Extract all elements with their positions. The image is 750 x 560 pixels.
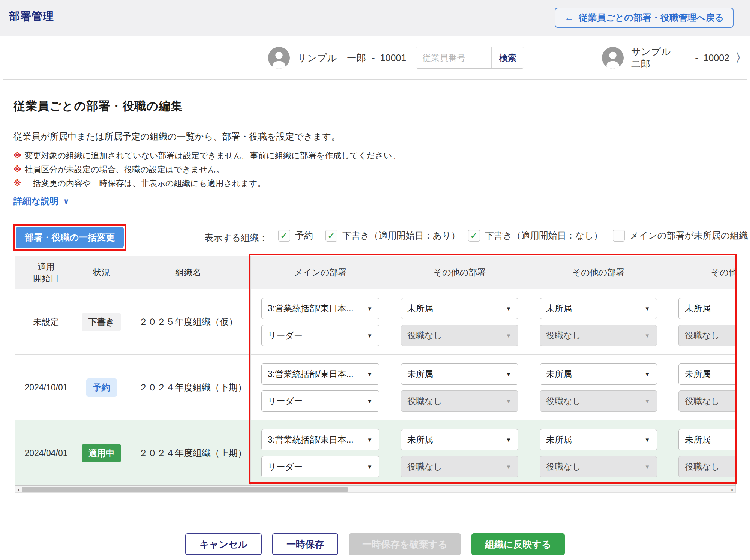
department-select[interactable]: 未所属 ▼ [540, 429, 657, 450]
horizontal-scrollbar[interactable]: ◂ ▸ [15, 486, 736, 493]
checkbox-draft-without-date[interactable]: ✓ 下書き（適用開始日：なし） [468, 230, 603, 242]
back-to-management-button[interactable]: ← 従業員ごとの部署・役職管理へ戻る [555, 8, 734, 28]
department-select-value: 未所属 [540, 368, 638, 380]
scroll-right-icon[interactable]: ▸ [729, 486, 735, 492]
status-badge: 適用中 [82, 444, 121, 462]
header-main-department: メインの部署 [251, 256, 390, 289]
scroll-left-icon[interactable]: ◂ [15, 486, 21, 492]
note-marker: ※ [14, 176, 21, 190]
role-select-value: 役職なし [540, 461, 638, 473]
dropdown-arrow-icon: ▼ [360, 325, 379, 346]
user-avatar-icon [268, 47, 290, 69]
note-marker: ※ [14, 162, 21, 176]
other-department-cell: 未所属 ▼ 役職なし ▼ [668, 355, 736, 420]
current-employee-number: 10001 [380, 53, 406, 63]
scrollbar-thumb[interactable] [22, 487, 348, 492]
checkbox-label: 下書き（適用開始日：なし） [485, 230, 603, 242]
department-select-value: 未所属 [401, 368, 499, 380]
dropdown-arrow-icon: ▼ [638, 391, 657, 411]
other-department-cell: 未所属 ▼ 役職なし ▼ [390, 355, 529, 420]
note-line: ※ 変更対象の組織に追加されていない部署は設定できません。事前に組織に部署を作成… [14, 149, 400, 162]
dropdown-arrow-icon: ▼ [499, 391, 518, 411]
department-select[interactable]: 未所属 ▼ [540, 298, 657, 319]
other-department-cell: 未所属 ▼ 役職なし ▼ [390, 420, 529, 486]
department-select[interactable]: 未所属 ▼ [678, 429, 736, 450]
employee-separator: - [695, 53, 698, 63]
note-text: 変更対象の組織に追加されていない部署は設定できません。事前に組織に部署を作成して… [24, 149, 400, 162]
department-select-value: 3:営業統括部/東日本... [262, 303, 360, 314]
role-select: 役職なし ▼ [540, 325, 657, 346]
employee-separator: - [372, 53, 375, 63]
role-select[interactable]: リーダー ▼ [261, 390, 380, 412]
department-select[interactable]: 3:営業統括部/東日本... ▼ [261, 298, 380, 319]
search-button[interactable]: 検索 [491, 47, 524, 68]
department-select[interactable]: 3:営業統括部/東日本... ▼ [261, 363, 380, 385]
check-icon: ✓ [470, 231, 478, 241]
dropdown-arrow-icon: ▼ [638, 429, 657, 450]
role-select-value: リーダー [262, 330, 360, 341]
status-badge: 下書き [82, 313, 122, 331]
check-icon: ✓ [280, 231, 289, 241]
status-badge: 予約 [86, 378, 117, 397]
start-date-cell: 2024/10/01 [15, 355, 77, 420]
note-line: ※ 社員区分が未設定の場合、役職の設定はできません。 [14, 162, 400, 176]
page-description: 従業員が所属中または所属予定の組織の一覧から、部署・役職を設定できます。 [14, 131, 340, 143]
next-employee[interactable]: サンプル 二郎 - 10002 〉 [602, 36, 747, 79]
role-select[interactable]: リーダー ▼ [261, 456, 380, 477]
other-department-cell: 未所属 ▼ 役職なし ▼ [668, 289, 736, 355]
apply-to-organization-button[interactable]: 組織に反映する [471, 533, 565, 555]
checkbox-icon: ✓ [468, 230, 480, 242]
dropdown-arrow-icon: ▼ [499, 429, 518, 450]
department-select[interactable]: 未所属 ▼ [540, 363, 657, 385]
department-select[interactable]: 3:営業統括部/東日本... ▼ [261, 429, 380, 450]
other-department-cell: 未所属 ▼ 役職なし ▼ [390, 289, 529, 355]
department-select[interactable]: 未所属 ▼ [678, 298, 736, 319]
note-marker: ※ [14, 149, 21, 162]
checkbox-icon: ✓ [278, 230, 290, 242]
bulk-change-button[interactable]: 部署・役職の一括変更 [16, 227, 124, 248]
display-filter-label: 表示する組織： [204, 232, 268, 244]
role-select: 役職なし ▼ [678, 325, 736, 346]
footer-action-bar: キャンセル 一時保存 一時保存を破棄する 組織に反映する [0, 533, 750, 555]
details-toggle-link[interactable]: 詳細な説明 ∨ [14, 195, 69, 207]
department-select-value: 未所属 [679, 303, 736, 314]
dropdown-arrow-icon: ▼ [638, 364, 657, 384]
cancel-button[interactable]: キャンセル [185, 533, 262, 555]
employee-number-input[interactable] [416, 47, 491, 68]
header-other-department: その他の部署 [390, 256, 529, 289]
role-select: 役職なし ▼ [401, 456, 518, 477]
role-select-value: リーダー [262, 395, 360, 407]
details-link-label: 詳細な説明 [14, 195, 59, 207]
checkbox-label: 予約 [295, 230, 313, 242]
department-select[interactable]: 未所属 ▼ [401, 429, 518, 450]
role-select-value: リーダー [262, 461, 360, 473]
other-department-cell: 未所属 ▼ 役職なし ▼ [529, 420, 668, 486]
role-select: 役職なし ▼ [678, 456, 736, 477]
chevron-right-icon[interactable]: 〉 [735, 50, 747, 66]
current-employee-name: サンプル 一郎 [297, 52, 366, 64]
temp-save-button[interactable]: 一時保存 [272, 533, 338, 555]
role-select: 役職なし ▼ [401, 390, 518, 412]
table-row: 2024/10/01 予約 ２０２４年度組織（下期） 3:営業統括部/東日本..… [15, 355, 736, 420]
employee-navigation-panel: サンプル 一郎 - 10001 検索 サンプル 二郎 - 10002 〉 [3, 36, 747, 80]
note-line: ※ 一括変更の内容や一時保存は、非表示の組織にも適用されます。 [14, 176, 400, 190]
role-select-value: 役職なし [401, 330, 499, 341]
department-select-value: 未所属 [401, 303, 499, 314]
next-employee-number: 10002 [703, 53, 729, 63]
start-date-cell: 未設定 [15, 289, 77, 355]
checkbox-reserved[interactable]: ✓ 予約 [278, 230, 313, 242]
dropdown-arrow-icon: ▼ [360, 456, 379, 477]
department-select[interactable]: 未所属 ▼ [401, 298, 518, 319]
checkbox-draft-with-date[interactable]: ✓ 下書き（適用開始日：あり） [326, 230, 460, 242]
dropdown-arrow-icon: ▼ [499, 456, 518, 477]
table-row: 2024/04/01 適用中 ２０２４年度組織（上期） 3:営業統括部/東日本.… [15, 420, 736, 486]
next-employee-name: サンプル 二郎 [631, 45, 690, 70]
department-select[interactable]: 未所属 ▼ [678, 363, 736, 385]
back-arrow-icon: ← [564, 12, 573, 23]
role-select: 役職なし ▼ [540, 390, 657, 412]
checkbox-main-unassigned[interactable]: ✓ メインの部署が未所属の組織 [613, 230, 748, 242]
checkbox-icon: ✓ [613, 230, 625, 242]
back-button-label: 従業員ごとの部署・役職管理へ戻る [579, 12, 724, 24]
role-select[interactable]: リーダー ▼ [261, 325, 380, 346]
department-select[interactable]: 未所属 ▼ [401, 363, 518, 385]
